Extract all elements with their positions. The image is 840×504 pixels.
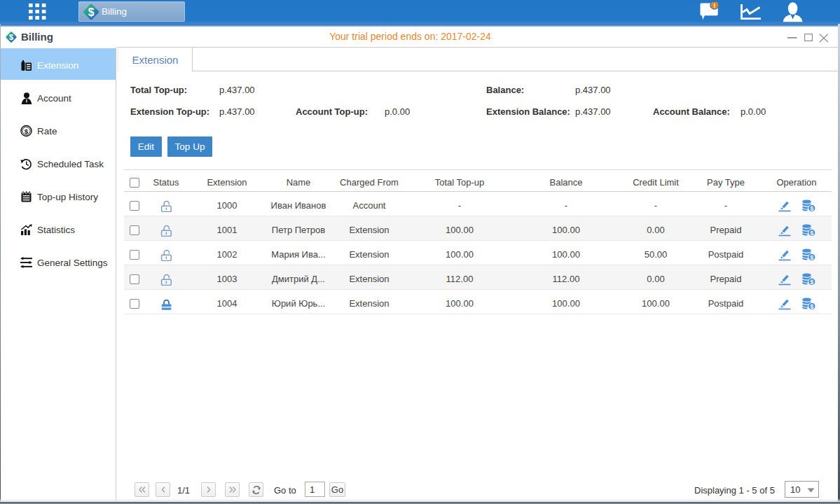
svg-text:$: $ (810, 279, 813, 286)
svg-text:!: ! (713, 2, 715, 9)
svg-text:$: $ (810, 303, 813, 310)
svg-text:$: $ (810, 205, 813, 212)
svg-text:$: $ (810, 230, 813, 237)
svg-text:$: $ (810, 254, 813, 261)
svg-text:$: $ (25, 127, 29, 135)
svg-text:$: $ (88, 6, 95, 18)
